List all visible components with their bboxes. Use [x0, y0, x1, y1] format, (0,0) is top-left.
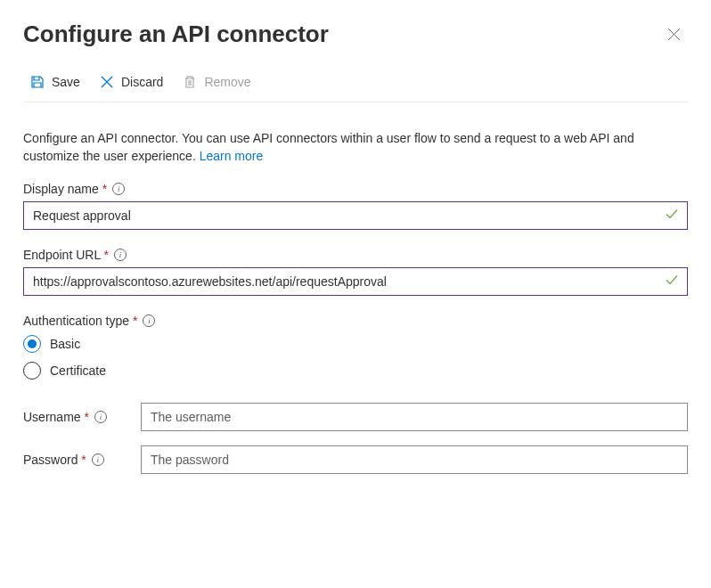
auth-type-radio-group: Basic Certificate — [23, 335, 688, 380]
display-name-input[interactable] — [23, 201, 688, 230]
learn-more-link[interactable]: Learn more — [200, 149, 264, 163]
checkmark-icon — [665, 273, 679, 290]
save-icon — [30, 75, 45, 89]
password-field-group: Password * i — [23, 445, 688, 474]
discard-button[interactable]: Discard — [93, 71, 170, 93]
endpoint-url-input[interactable] — [23, 267, 688, 296]
endpoint-url-field-group: Endpoint URL * i — [23, 248, 688, 296]
close-icon — [667, 28, 681, 41]
auth-type-basic-radio[interactable]: Basic — [23, 335, 688, 353]
radio-icon — [23, 362, 41, 380]
panel-title: Configure an API connector — [23, 20, 329, 48]
auth-type-field-group: Authentication type * i Basic Certificat… — [23, 314, 688, 380]
endpoint-url-label: Endpoint URL * — [23, 248, 109, 262]
panel-header: Configure an API connector — [23, 9, 688, 71]
remove-label: Remove — [204, 75, 250, 89]
close-button[interactable] — [659, 20, 688, 48]
password-label: Password * — [23, 453, 86, 467]
display-name-field-group: Display name * i — [23, 182, 688, 230]
toolbar: Save Discard Remove — [23, 71, 688, 102]
password-input[interactable] — [141, 445, 688, 474]
info-icon[interactable]: i — [92, 453, 104, 466]
radio-icon — [23, 335, 41, 353]
radio-label: Basic — [50, 337, 80, 351]
username-field-group: Username * i — [23, 403, 688, 431]
checkmark-icon — [665, 207, 679, 224]
info-icon[interactable]: i — [94, 411, 107, 423]
discard-icon — [100, 75, 114, 89]
description-text: Configure an API connector. You can use … — [23, 131, 634, 163]
auth-type-certificate-radio[interactable]: Certificate — [23, 362, 688, 380]
radio-label: Certificate — [50, 363, 106, 378]
auth-type-label: Authentication type * — [23, 314, 137, 328]
trash-icon — [183, 75, 197, 89]
save-label: Save — [52, 75, 80, 89]
info-icon[interactable]: i — [114, 249, 127, 261]
panel-description: Configure an API connector. You can use … — [23, 129, 688, 166]
configure-api-connector-panel: Configure an API connector Save Discard … — [0, 0, 711, 506]
save-button[interactable]: Save — [23, 71, 87, 93]
display-name-label: Display name * — [23, 182, 107, 196]
username-input[interactable] — [141, 403, 688, 431]
discard-label: Discard — [121, 75, 163, 89]
info-icon[interactable]: i — [143, 314, 155, 327]
info-icon[interactable]: i — [112, 183, 125, 195]
username-label: Username * — [23, 410, 89, 424]
remove-button: Remove — [176, 71, 257, 93]
